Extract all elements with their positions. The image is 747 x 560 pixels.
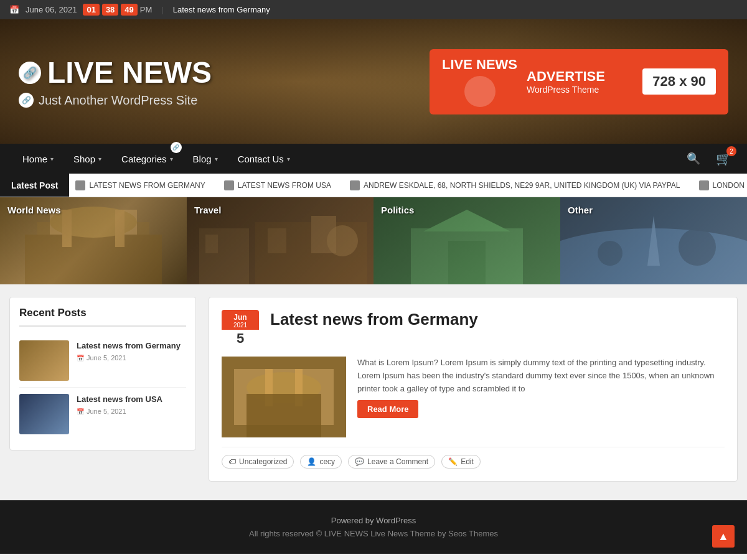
category-other-label: Other: [568, 205, 593, 215]
am-pm: PM: [140, 5, 153, 14]
timer-blocks: 01 38 49 PM: [83, 4, 152, 16]
article-area: Jun 2021 5 Latest news from Germany: [209, 297, 738, 482]
ad-left: LIVE NEWS: [442, 57, 517, 107]
recent-post-title: Latest news from Germany: [77, 340, 186, 352]
recent-post-thumb: [19, 394, 69, 434]
ad-wp-text: WordPress Theme: [527, 85, 605, 95]
main-nav: Home ▾ Shop ▾ Categories ▾ 🔗 Blog ▾ Cont…: [0, 144, 747, 174]
tagline-icon: 🔗: [19, 93, 34, 108]
article-day: 5: [222, 330, 259, 347]
separator: |: [161, 5, 163, 14]
ticker-content: LATEST NEWS FROM GERMANY LATEST NEWS FRO…: [69, 180, 747, 190]
sidebar: Recent Posts Latest news from Germany Ju…: [9, 297, 196, 482]
svg-point-21: [679, 228, 716, 266]
timer-seconds: 49: [121, 4, 137, 16]
category-world-news-label: World News: [7, 205, 61, 215]
main-content: Recent Posts Latest news from Germany Ju…: [0, 284, 747, 494]
meta-author[interactable]: 👤 cecy: [300, 455, 342, 469]
ticker-icon: [699, 180, 709, 190]
widget-title: Recent Posts: [19, 307, 186, 327]
wp-icon: 🔗: [171, 142, 182, 153]
ad-circle-decoration: [464, 76, 496, 107]
article-body: What is Lorem Ipsum? Lorem Ipsum is simp…: [222, 357, 725, 437]
meta-comment[interactable]: 💬 Leave a Comment: [348, 455, 435, 469]
footer-powered: Powered by WordPress: [9, 516, 738, 525]
svg-rect-5: [115, 210, 125, 247]
svg-rect-9: [205, 235, 218, 253]
site-title[interactable]: 🔗 LIVE NEWS: [19, 55, 212, 90]
category-world-news[interactable]: World News: [0, 197, 187, 284]
chevron-down-icon: ▾: [170, 156, 173, 162]
nav-shop[interactable]: Shop ▾: [63, 145, 111, 173]
site-tagline: 🔗 Just Another WordPress Site: [19, 93, 212, 108]
latest-post-ticker: Latest Post LATEST NEWS FROM GERMANY LAT…: [0, 174, 747, 197]
recent-post-info: Latest news from USA June 5, 2021: [77, 394, 186, 434]
ticker-icon: [224, 180, 234, 190]
meta-edit-label: Edit: [461, 457, 474, 466]
ad-advertise-text: ADVERTISE: [527, 68, 605, 84]
timer-minutes: 38: [102, 4, 118, 16]
nav-blog[interactable]: Blog ▾: [183, 145, 228, 173]
banner-ad[interactable]: LIVE NEWS ADVERTISE WordPress Theme 728 …: [430, 49, 728, 114]
svg-rect-16: [448, 241, 486, 284]
svg-rect-10: [268, 228, 286, 253]
chevron-down-icon: ▾: [287, 156, 290, 162]
breaking-news-text: Latest news from Germany: [173, 5, 270, 14]
recent-post-germany[interactable]: Latest news from Germany June 5, 2021: [19, 334, 186, 388]
article-excerpt: What is Lorem Ipsum? Lorem Ipsum is simp…: [357, 357, 725, 395]
footer-rights: All rights reserved © LIVE NEWS Live New…: [9, 529, 738, 538]
recent-post-thumb: [19, 340, 69, 381]
category-travel-label: Travel: [194, 205, 221, 215]
cart-button[interactable]: 🛒 2: [713, 148, 735, 169]
ticker-item: LATEST NEWS FROM USA: [224, 180, 331, 190]
nav-items: Home ▾ Shop ▾ Categories ▾ 🔗 Blog ▾ Cont…: [12, 145, 684, 173]
site-title-area: 🔗 LIVE NEWS 🔗 Just Another WordPress Sit…: [19, 55, 212, 108]
world-thumb: [19, 340, 69, 381]
site-logo-icon: 🔗: [19, 62, 41, 84]
read-more-button[interactable]: Read More: [357, 400, 418, 418]
recent-post-title: Latest news from USA: [77, 394, 186, 405]
date-text: June 06, 2021: [26, 5, 77, 14]
article-image: [222, 357, 346, 437]
category-grid: World News Travel: [0, 197, 747, 284]
article-title: Latest news from Germany: [270, 310, 478, 329]
category-other[interactable]: Other: [560, 197, 747, 284]
meta-category[interactable]: 🏷 Uncategorized: [222, 455, 294, 469]
meta-category-label: Uncategorized: [239, 457, 287, 466]
recent-post-info: Latest news from Germany June 5, 2021: [77, 340, 186, 381]
category-politics[interactable]: Politics: [374, 197, 560, 284]
ad-size-text: 728 x 90: [642, 68, 716, 95]
category-travel[interactable]: Travel: [187, 197, 374, 284]
person-icon: 👤: [307, 457, 316, 466]
nav-categories[interactable]: Categories ▾ 🔗: [111, 145, 183, 173]
tag-icon: 🏷: [228, 457, 236, 466]
meta-edit[interactable]: ✏️ Edit: [441, 455, 481, 469]
usa-thumb: [19, 394, 69, 434]
ticker-label: Latest Post: [0, 174, 69, 197]
recent-post-usa[interactable]: Latest news from USA June 5, 2021: [19, 388, 186, 441]
ad-live-text: LIVE NEWS: [442, 57, 517, 73]
ad-wp-theme: WordPress Theme: [527, 85, 605, 95]
svg-point-22: [598, 241, 622, 266]
svg-rect-17: [417, 241, 436, 266]
search-button[interactable]: 🔍: [684, 149, 703, 169]
meta-comment-label: Leave a Comment: [367, 457, 428, 466]
ticker-icon: [350, 180, 360, 190]
header-banner: 🔗 LIVE NEWS 🔗 Just Another WordPress Sit…: [0, 19, 747, 144]
site-title-text: LIVE NEWS: [47, 55, 212, 90]
article-month: Jun: [229, 313, 251, 322]
top-bar: 📅 June 06, 2021 01 38 49 PM | Latest new…: [0, 0, 747, 19]
svg-point-12: [327, 225, 358, 256]
ticker-item: LATEST NEWS FROM GERMANY: [75, 180, 205, 190]
svg-rect-18: [498, 241, 517, 266]
nav-contact[interactable]: Contact Us ▾: [228, 145, 300, 173]
meta-author-label: cecy: [319, 457, 335, 466]
scroll-top-button[interactable]: ▲: [712, 525, 735, 548]
nav-home[interactable]: Home ▾: [12, 145, 63, 173]
tagline-text: Just Another WordPress Site: [39, 93, 197, 108]
article-card: Jun 2021 5 Latest news from Germany: [209, 297, 738, 482]
cart-badge: 2: [726, 146, 736, 156]
comment-icon: 💬: [355, 457, 364, 466]
article-excerpt-area: What is Lorem Ipsum? Lorem Ipsum is simp…: [357, 357, 725, 437]
article-year: 2021: [229, 322, 251, 329]
